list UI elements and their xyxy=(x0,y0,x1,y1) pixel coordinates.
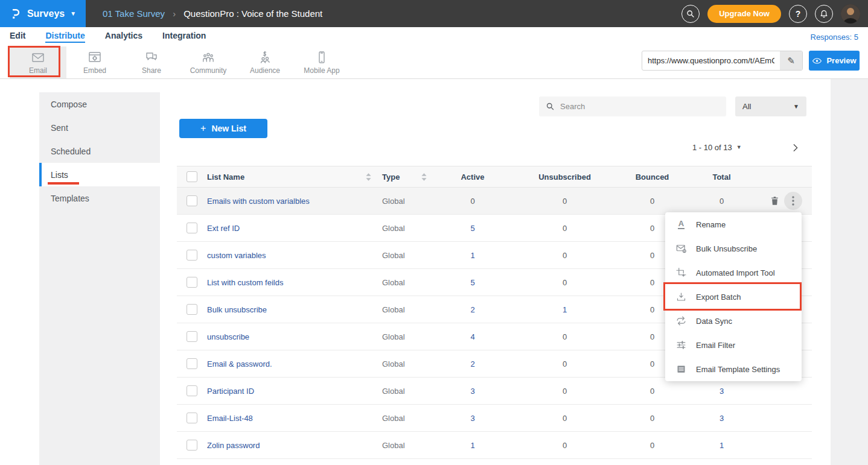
search-button[interactable] xyxy=(681,5,700,23)
list-name-link[interactable]: Email-List-48 xyxy=(207,414,253,423)
bounced-count: 0 xyxy=(614,387,690,396)
toolbar-item-share[interactable]: Share xyxy=(123,46,180,78)
avatar[interactable] xyxy=(841,4,860,24)
delete-list-button[interactable] xyxy=(770,195,780,206)
chevron-down-icon: ▼ xyxy=(70,11,76,17)
pagination-range: 1 - 10 of 13 xyxy=(692,143,732,152)
bounced-count: 0 xyxy=(614,197,690,206)
top-bar: Surveys ▼ 01 Take Survey › QuestionPro :… xyxy=(0,0,868,27)
unsubscribed-count: 0 xyxy=(515,359,614,369)
survey-url-input[interactable] xyxy=(642,56,780,65)
toolbar-item-email[interactable]: Email xyxy=(10,46,66,78)
list-name-link[interactable]: Bulk unsubscribe xyxy=(207,305,267,314)
tab-edit[interactable]: Edit xyxy=(10,31,25,43)
row-checkbox[interactable] xyxy=(187,358,197,369)
column-header-bounced[interactable]: Bounced xyxy=(614,172,690,182)
type-value: Global xyxy=(382,387,405,396)
toolbar-item-embed[interactable]: Embed xyxy=(66,46,123,78)
column-header-active[interactable]: Active xyxy=(430,172,515,182)
surveys-menu[interactable]: Surveys ▼ xyxy=(0,0,86,27)
row-menu-button[interactable] xyxy=(784,192,802,210)
menu-item-label: Bulk Unsubscribe xyxy=(696,244,757,253)
table-header-row: List Name Type Active Unsubscribed Bounc… xyxy=(177,166,812,188)
breadcrumb-page-title: QuestionPro : Voice of the Student xyxy=(183,8,322,19)
column-header-total[interactable]: Total xyxy=(690,172,753,182)
sidebar-item-compose[interactable]: Compose xyxy=(39,92,160,116)
column-header-unsubscribed[interactable]: Unsubscribed xyxy=(515,172,614,182)
search-input[interactable] xyxy=(560,102,720,111)
sidebar-item-sent[interactable]: Sent xyxy=(39,116,160,139)
tab-analytics[interactable]: Analytics xyxy=(105,31,142,43)
menu-item-bulk-unsubscribe[interactable]: Bulk Unsubscribe xyxy=(665,236,802,261)
active-count: 5 xyxy=(430,278,515,287)
row-checkbox[interactable] xyxy=(187,304,197,315)
notifications-button[interactable] xyxy=(815,5,833,23)
sort-icon[interactable] xyxy=(421,173,427,181)
question-mark-icon: ? xyxy=(796,9,801,19)
row-checkbox[interactable] xyxy=(187,223,197,233)
export-download-icon xyxy=(675,291,687,302)
sidebar-item-lists[interactable]: Lists xyxy=(39,163,160,186)
pagination-next-button[interactable] xyxy=(788,141,803,155)
toolbar-item-mobile-app[interactable]: Mobile App xyxy=(293,46,350,78)
preview-button[interactable]: Preview xyxy=(809,51,860,71)
list-name-link[interactable]: Ext ref ID xyxy=(207,224,240,233)
column-header-type[interactable]: Type xyxy=(382,172,400,182)
sidebar-item-templates[interactable]: Templates xyxy=(39,186,160,210)
row-checkbox[interactable] xyxy=(187,277,197,288)
upgrade-now-button[interactable]: Upgrade Now xyxy=(707,5,781,23)
mobile-app-icon xyxy=(314,50,330,65)
list-filter-dropdown[interactable]: All ▼ xyxy=(735,96,806,116)
filter-value: All xyxy=(742,102,751,111)
sidebar-item-scheduled[interactable]: Scheduled xyxy=(39,139,160,163)
breadcrumb-survey-link[interactable]: 01 Take Survey xyxy=(103,8,165,19)
new-list-button[interactable]: + New List xyxy=(179,119,267,138)
row-checkbox[interactable] xyxy=(187,440,197,451)
tab-distribute[interactable]: Distribute xyxy=(45,31,85,43)
table-row: Email-List-48 Global 3 0 0 3 xyxy=(177,405,812,432)
tab-integration[interactable]: Integration xyxy=(162,31,206,43)
menu-item-data-sync[interactable]: Data Sync xyxy=(665,309,802,333)
search-icon xyxy=(546,102,555,111)
responses-count[interactable]: Responses: 5 xyxy=(811,33,859,42)
list-search xyxy=(539,96,726,116)
list-name-link[interactable]: Emails with custom varialbles xyxy=(207,197,310,206)
row-checkbox[interactable] xyxy=(187,331,197,342)
list-name-link[interactable]: Email & password. xyxy=(207,359,272,369)
menu-item-email-template-settings[interactable]: Email Template Settings xyxy=(665,357,802,381)
list-name-link[interactable]: unsubscribe xyxy=(207,332,249,341)
list-name-link[interactable]: Participant ID xyxy=(207,387,254,396)
active-count: 5 xyxy=(430,224,515,233)
column-header-list-name[interactable]: List Name xyxy=(207,172,244,182)
row-checkbox[interactable] xyxy=(187,385,197,396)
sort-icon[interactable] xyxy=(366,173,371,181)
breadcrumb: 01 Take Survey › QuestionPro : Voice of … xyxy=(103,8,322,19)
type-value: Global xyxy=(382,441,405,450)
list-name-link[interactable]: custom variables xyxy=(207,251,266,260)
menu-item-email-filter[interactable]: Email Filter xyxy=(665,333,802,357)
toolbar-item-community[interactable]: Community xyxy=(180,46,237,78)
row-checkbox[interactable] xyxy=(187,413,197,423)
bounced-count: 0 xyxy=(614,414,690,423)
toolbar-item-audience[interactable]: Audience xyxy=(237,46,293,78)
toolbar-item-label: Embed xyxy=(83,66,106,75)
list-name-link[interactable]: Zolin password xyxy=(207,441,260,450)
edit-url-button[interactable]: ✎ xyxy=(780,51,802,70)
row-checkbox[interactable] xyxy=(187,195,197,206)
unsubscribed-count: 1 xyxy=(515,305,614,314)
unsubscribed-count: 0 xyxy=(515,332,614,341)
active-count: 1 xyxy=(430,441,515,450)
menu-item-automated-import-tool[interactable]: Automated Import Tool xyxy=(665,261,802,285)
active-count: 2 xyxy=(430,305,515,314)
table-row: Emails with custom varialbles Global 0 0… xyxy=(177,188,812,215)
active-count: 1 xyxy=(430,251,515,260)
total-count: 3 xyxy=(690,387,753,396)
list-name-link[interactable]: List with custom feilds xyxy=(207,278,283,287)
select-all-checkbox[interactable] xyxy=(187,171,197,182)
unsubscribed-count: 0 xyxy=(515,387,614,396)
menu-item-export-batch[interactable]: Export Batch xyxy=(665,285,802,309)
row-checkbox[interactable] xyxy=(187,250,197,261)
menu-item-rename[interactable]: A Rename xyxy=(665,212,802,236)
help-button[interactable]: ? xyxy=(789,5,807,23)
pagination-range-dropdown[interactable]: 1 - 10 of 13 ▼ xyxy=(692,143,742,152)
